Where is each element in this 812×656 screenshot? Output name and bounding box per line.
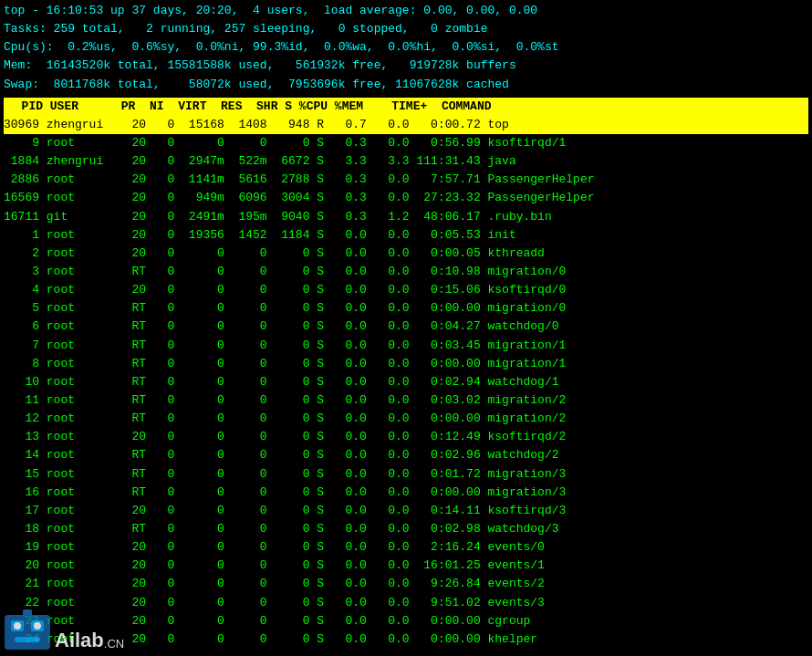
top-header-line5: Swap: 8011768k total, 58072k used, 79536… [4,76,808,94]
table-row: 2 root 20 0 0 0 0 S 0.0 0.0 0:00.05 kthr… [4,245,808,263]
top-header-line2: Tasks: 259 total, 2 running, 257 sleepin… [4,20,808,38]
table-row: 24 root 20 0 0 0 0 S 0.0 0.0 0:00.00 khe… [4,630,808,649]
table-row: 2886 root 20 0 1141m 5616 2788 S 0.3 0.0… [4,171,808,189]
table-row: 18 root RT 0 0 0 0 S 0.0 0.0 0:02.98 wat… [4,520,808,538]
table-row: 9 root 20 0 0 0 0 S 0.3 0.0 0:56.99 ksof… [4,134,808,152]
table-row: 16569 root 20 0 949m 6096 3004 S 0.3 0.0… [4,189,808,207]
table-row: 22 root 20 0 0 0 0 S 0.0 0.0 9:51.02 eve… [4,594,808,612]
table-row: 30969 zhengrui 20 0 15168 1408 948 R 0.7… [4,116,808,134]
svg-rect-4 [23,609,32,617]
table-row: 19 root 20 0 0 0 0 S 0.0 0.0 2:16.24 eve… [4,538,808,557]
table-row: 20 root 20 0 0 0 0 S 0.0 0.0 16:01.25 ev… [4,557,808,575]
table-row: 23 root 20 0 0 0 0 S 0.0 0.0 0:00.00 cgr… [4,612,808,630]
table-row: 12 root RT 0 0 0 0 S 0.0 0.0 0:00.00 mig… [4,410,808,428]
svg-point-5 [14,622,21,630]
table-row: 16 root RT 0 0 0 0 S 0.0 0.0 0:00.00 mig… [4,484,808,502]
svg-rect-3 [15,637,40,642]
table-row: 8 root RT 0 0 0 0 S 0.0 0.0 0:00.00 migr… [4,355,808,373]
table-row: 1884 zhengrui 20 0 2947m 522m 6672 S 3.3… [4,152,808,171]
table-row: 15 root RT 0 0 0 0 S 0.0 0.0 0:01.72 mig… [4,465,808,484]
process-list: 30969 zhengrui 20 0 15168 1408 948 R 0.7… [4,116,808,649]
table-row: 13 root 20 0 0 0 0 S 0.0 0.0 0:12.49 kso… [4,428,808,446]
table-row: 6 root RT 0 0 0 0 S 0.0 0.0 0:04.27 watc… [4,318,808,336]
table-row: 10 root RT 0 0 0 0 S 0.0 0.0 0:02.94 wat… [4,373,808,391]
svg-rect-0 [5,615,50,650]
top-header-line1: top - 16:10:53 up 37 days, 20:20, 4 user… [4,2,808,20]
table-row: 11 root RT 0 0 0 0 S 0.0 0.0 0:03.02 mig… [4,391,808,410]
terminal: top - 16:10:53 up 37 days, 20:20, 4 user… [0,0,812,651]
column-header: PID USER PR NI VIRT RES SHR S %CPU %MEM … [4,98,808,116]
watermark-cn: .CN [104,637,124,656]
watermark-icon [0,606,55,656]
table-row: 4 root 20 0 0 0 0 S 0.0 0.0 0:15.06 ksof… [4,281,808,299]
top-header-line3: Cpu(s): 0.2%us, 0.6%sy, 0.0%ni, 99.3%id,… [4,38,808,57]
watermark: Ailab .CN [0,606,124,656]
watermark-text: Ailab [55,629,104,656]
table-row: 16711 git 20 0 2491m 195m 9040 S 0.3 1.2… [4,208,808,226]
table-row: 7 root RT 0 0 0 0 S 0.0 0.0 0:03.45 migr… [4,337,808,355]
table-row: 1 root 20 0 19356 1452 1184 S 0.0 0.0 0:… [4,226,808,245]
svg-point-6 [34,622,41,630]
table-row: 21 root 20 0 0 0 0 S 0.0 0.0 9:26.84 eve… [4,575,808,593]
table-row: 3 root RT 0 0 0 0 S 0.0 0.0 0:10.98 migr… [4,263,808,281]
table-row: 5 root RT 0 0 0 0 S 0.0 0.0 0:00.00 migr… [4,299,808,318]
top-header-line4: Mem: 16143520k total, 15581588k used, 56… [4,57,808,75]
table-row: 14 root RT 0 0 0 0 S 0.0 0.0 0:02.96 wat… [4,446,808,464]
table-row: 17 root 20 0 0 0 0 S 0.0 0.0 0:14.11 kso… [4,502,808,520]
